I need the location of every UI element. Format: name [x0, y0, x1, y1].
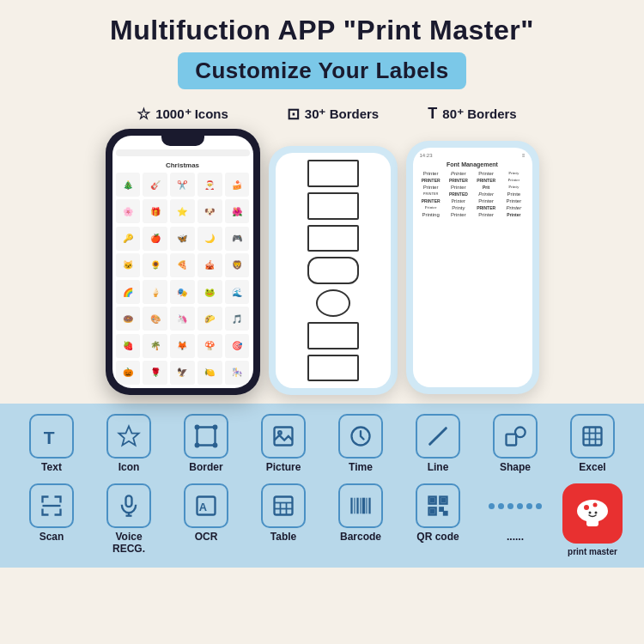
font-row-6: Printer Printy PRINTER Printer [418, 205, 527, 210]
svg-point-6 [214, 444, 217, 447]
svg-point-46 [593, 503, 598, 507]
mushroom-logo-icon [571, 492, 614, 535]
icon-cell: 🌺 [225, 199, 250, 223]
svg-point-49 [595, 512, 598, 514]
line-label: Line [428, 461, 449, 473]
svg-rect-24 [275, 497, 293, 515]
icons-screen-content: Christmas 🎄🎸✂️🎅🍰🌸🎁⭐🐶🌺🔑🍎🦋🌙🎮🐱🌻🍕🎪🦁🌈🍦🎭🐸🌊🍩🎨🦄🌮… [112, 146, 253, 388]
phone-notch [161, 136, 204, 146]
icon-cell: 🦅 [170, 361, 195, 385]
svg-rect-19 [126, 496, 132, 507]
feature-line: Line [408, 414, 468, 473]
excel-icon-box[interactable] [570, 414, 615, 459]
font-row-7: Printing Printer Printer Printer [418, 212, 527, 217]
icons-phone-container: ☆ 1000⁺ Icons Christmas 🎄🎸✂️🎅🍰🌸🎁⭐🐶🌺🔑🍎🦋🌙🎮… [106, 105, 260, 395]
voice-icon-box[interactable] [106, 483, 151, 528]
time-label: Time [349, 461, 373, 473]
barcode-feature-icon [349, 494, 373, 518]
svg-rect-47 [586, 518, 598, 526]
ocr-feature-icon: A [194, 494, 218, 518]
feature-border: Border [176, 414, 236, 473]
svg-point-12 [515, 428, 526, 438]
border-shape-6 [307, 322, 359, 349]
icon-cell: 🦁 [225, 253, 250, 277]
dot-6 [536, 503, 542, 509]
picture-feature-icon [271, 424, 295, 448]
svg-rect-43 [444, 512, 447, 515]
icon-cell: 🌻 [143, 253, 167, 277]
svg-rect-40 [442, 499, 446, 502]
icons-badge: ☆ 1000⁺ Icons [137, 105, 228, 124]
icon-cell: ✂️ [170, 173, 195, 197]
icons-badge-label: 1000⁺ Icons [155, 106, 228, 122]
border-shape-4 [307, 257, 359, 284]
logo-container: print master [562, 483, 623, 557]
dot-4 [517, 503, 523, 509]
icon-cell: 🎵 [225, 307, 250, 331]
svg-text:T: T [44, 428, 55, 448]
svg-point-48 [589, 512, 592, 514]
feature-picture: Picture [253, 414, 313, 473]
feature-icon: Icon [99, 414, 159, 473]
feature-shape: Shape [485, 414, 545, 473]
subtitle-text: Customize Your Labels [195, 58, 449, 83]
border-shape-2 [307, 192, 359, 220]
border-icon-box[interactable] [184, 414, 228, 459]
feature-ocr: A OCR [176, 483, 236, 543]
feature-time: Time [331, 414, 391, 473]
feature-qrcode: QR code [408, 483, 468, 543]
icon-cell: 🍩 [116, 307, 141, 331]
svg-point-3 [196, 426, 199, 429]
icon-cell: ⭐ [170, 199, 195, 223]
line-icon-box[interactable] [416, 414, 460, 459]
border-badge: ⊡ 30⁺ Borders [287, 105, 379, 124]
page-wrapper: Multifuction APP "Print Master" Customiz… [0, 0, 644, 568]
border-phone-screen [276, 153, 391, 388]
table-icon-box[interactable] [261, 483, 306, 528]
ocr-icon-box[interactable]: A [184, 483, 228, 528]
time-feature-icon [349, 424, 373, 448]
feature-voice: Voice RECG. [99, 483, 159, 555]
time-icon-box[interactable] [338, 414, 383, 459]
barcode-icon-box[interactable] [338, 483, 383, 528]
text-label: Text [41, 461, 62, 473]
svg-point-5 [196, 444, 199, 447]
icon-cell: 🎨 [143, 307, 167, 331]
font-badge-label: 80⁺ Borders [442, 106, 516, 122]
icon-cell: 🍦 [143, 280, 167, 304]
scan-icon-box[interactable] [29, 483, 74, 528]
icons-phone: Christmas 🎄🎸✂️🎅🍰🌸🎁⭐🐶🌺🔑🍎🦋🌙🎮🐱🌻🍕🎪🦁🌈🍦🎭🐸🌊🍩🎨🦄🌮… [106, 129, 260, 395]
icon-cell: 🎭 [170, 280, 195, 304]
showcase-area: ☆ 1000⁺ Icons Christmas 🎄🎸✂️🎅🍰🌸🎁⭐🐶🌺🔑🍎🦋🌙🎮… [0, 96, 644, 399]
svg-point-4 [214, 426, 217, 429]
icon-cell: 🦄 [170, 307, 195, 331]
icon-cell: 🌙 [197, 227, 222, 251]
border-shape-5 [316, 289, 350, 317]
shape-icon-box[interactable] [493, 414, 538, 459]
icon-cell: 🐱 [116, 253, 141, 277]
font-phone-screen: 14:23 ≡ Font Management Printer Printer … [413, 148, 532, 387]
icon-cell: 🎪 [197, 253, 222, 277]
features-row-1: T Text Icon [13, 414, 631, 473]
dot-3 [507, 503, 513, 509]
icon-cell: 🍄 [197, 334, 222, 358]
more-dots: ...... [485, 483, 545, 543]
icons-grid: 🎄🎸✂️🎅🍰🌸🎁⭐🐶🌺🔑🍎🦋🌙🎮🐱🌻🍕🎪🦁🌈🍦🎭🐸🌊🍩🎨🦄🌮🎵🍓🌴🦊🍄🎯🎃🌹🦅🍋… [116, 173, 250, 385]
icon-cell: 🎁 [143, 199, 167, 223]
icon-label: Icon [118, 461, 140, 473]
font-badge-icon: T [428, 105, 437, 123]
icon-cell: 🎃 [116, 361, 141, 385]
qrcode-icon-box[interactable] [416, 483, 460, 528]
picture-icon-box[interactable] [261, 414, 306, 459]
text-icon-box[interactable]: T [29, 414, 74, 459]
icon-icon-box[interactable] [106, 414, 151, 459]
features-row-2: Scan Voice RECG. A [13, 483, 631, 557]
svg-point-8 [278, 431, 282, 434]
font-header: 14:23 ≡ [416, 153, 529, 158]
icon-cell: 🦊 [170, 334, 195, 358]
table-feature-icon [271, 494, 295, 518]
font-badge: T 80⁺ Borders [428, 105, 516, 123]
header: Multifuction APP "Print Master" Customiz… [0, 0, 644, 96]
icon-cell: 🍋 [197, 361, 222, 385]
table-label: Table [270, 531, 296, 543]
